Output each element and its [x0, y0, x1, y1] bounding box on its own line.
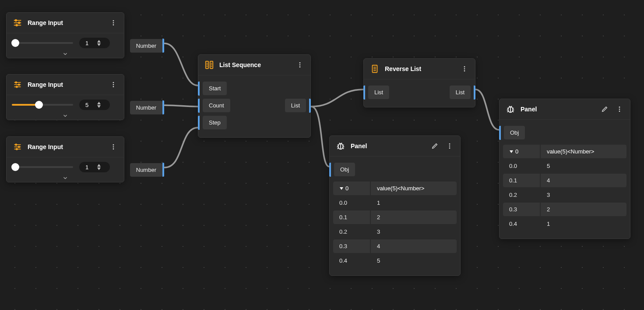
svg-point-7 [113, 22, 114, 24]
input-port-obj[interactable]: Obj [330, 163, 460, 176]
slider-thumb[interactable] [11, 39, 19, 47]
input-port-start[interactable]: Start [198, 82, 310, 95]
svg-point-36 [299, 64, 301, 66]
svg-line-64 [507, 111, 509, 112]
input-port-step[interactable]: Step [198, 116, 310, 129]
table-row: 0.12 [333, 210, 457, 224]
svg-point-15 [113, 82, 114, 83]
expand-toggle[interactable] [12, 48, 119, 58]
debug-icon [335, 140, 346, 152]
svg-point-19 [15, 144, 17, 145]
slider-thumb[interactable] [35, 101, 43, 109]
svg-point-56 [449, 146, 450, 147]
node-title: List Sequence [219, 61, 290, 68]
svg-point-10 [15, 82, 17, 83]
more-menu-button[interactable] [108, 142, 119, 152]
svg-line-66 [509, 106, 510, 107]
sliders-icon [12, 79, 23, 90]
output-port-number[interactable]: Number [130, 163, 164, 177]
node-title: Panel [351, 143, 425, 150]
svg-point-42 [464, 66, 465, 68]
range-slider[interactable] [12, 39, 73, 46]
svg-point-37 [299, 66, 301, 68]
table-row: 0.41 [503, 217, 626, 231]
svg-point-69 [619, 109, 620, 110]
more-menu-button[interactable] [444, 141, 455, 151]
list-sequence-node[interactable]: List Sequence Start Count List Step [198, 54, 311, 138]
panel-node-2[interactable]: Panel Obj 0 value(5)< [499, 99, 630, 239]
step-up-icon[interactable] [97, 101, 101, 105]
panel-node-1[interactable]: Panel Obj 0 value(5)< [329, 135, 461, 276]
input-port-count[interactable]: Count [203, 99, 230, 112]
input-port-list[interactable]: List [368, 86, 389, 99]
more-menu-button[interactable] [459, 64, 470, 74]
value-input[interactable]: 5 [79, 100, 110, 110]
step-down-icon[interactable] [97, 167, 101, 171]
table-row: 0.34 [333, 239, 457, 253]
reverse-list-icon [369, 63, 380, 75]
svg-point-44 [464, 70, 465, 71]
more-menu-button[interactable] [108, 18, 119, 28]
output-port-number[interactable]: Number [130, 39, 164, 53]
svg-line-51 [338, 148, 339, 149]
caret-down-icon [339, 185, 344, 192]
output-port-list[interactable]: List [450, 86, 471, 99]
svg-point-68 [619, 107, 620, 108]
range-input-node-1[interactable]: Range Input 1 Number [6, 12, 124, 58]
svg-point-57 [449, 147, 450, 149]
svg-point-24 [113, 144, 114, 146]
svg-line-52 [343, 148, 344, 149]
table-row: 0.01 [333, 196, 457, 210]
sliders-icon [12, 17, 23, 29]
svg-point-8 [113, 24, 114, 25]
svg-point-14 [16, 86, 18, 87]
reverse-list-node[interactable]: Reverse List List List [363, 58, 475, 107]
node-title: Range Input [28, 143, 104, 150]
more-menu-button[interactable] [108, 79, 119, 90]
svg-point-6 [113, 20, 114, 21]
svg-point-55 [449, 143, 450, 145]
range-input-node-3[interactable]: Range Input 1 Number [6, 136, 124, 182]
svg-point-16 [113, 84, 114, 86]
svg-point-35 [299, 62, 301, 64]
range-slider[interactable] [12, 101, 73, 108]
svg-point-17 [113, 86, 114, 87]
expand-toggle[interactable] [12, 172, 119, 182]
table-header-key[interactable]: 0 [333, 182, 370, 195]
edit-button[interactable] [429, 141, 440, 151]
step-down-icon[interactable] [97, 43, 101, 46]
range-input-node-2[interactable]: Range Input 5 Number [6, 74, 124, 120]
expand-toggle[interactable] [12, 110, 119, 120]
table-header-key[interactable]: 0 [503, 145, 540, 158]
output-port-list[interactable]: List [285, 99, 306, 112]
more-menu-button[interactable] [614, 104, 625, 114]
output-port-number[interactable]: Number [130, 100, 164, 114]
more-menu-button[interactable] [295, 60, 305, 70]
slider-thumb[interactable] [11, 163, 19, 171]
input-port-obj[interactable]: Obj [500, 126, 630, 139]
step-up-icon[interactable] [97, 164, 101, 167]
node-title: Panel [521, 106, 595, 113]
svg-line-53 [339, 143, 340, 144]
edit-button[interactable] [599, 104, 610, 114]
svg-point-23 [16, 148, 18, 150]
table-header-value: value(5)<Number> [541, 145, 626, 158]
table-row: 0.14 [503, 174, 626, 187]
step-up-icon[interactable] [97, 39, 101, 43]
step-down-icon[interactable] [97, 105, 101, 108]
svg-line-67 [511, 106, 512, 107]
svg-point-26 [113, 148, 114, 150]
caret-down-icon [509, 148, 514, 155]
svg-point-5 [16, 25, 18, 26]
list-sequence-icon [204, 59, 215, 71]
value-input[interactable]: 1 [79, 38, 110, 48]
value-input[interactable]: 1 [79, 162, 110, 172]
debug-icon [505, 103, 516, 115]
table-row: 0.45 [333, 254, 457, 267]
svg-point-25 [113, 146, 114, 148]
table-header-value: value(5)<Number> [371, 182, 457, 195]
range-slider[interactable] [12, 164, 73, 171]
svg-point-3 [18, 22, 20, 24]
svg-point-43 [464, 68, 465, 70]
table-row: 0.32 [503, 203, 626, 216]
